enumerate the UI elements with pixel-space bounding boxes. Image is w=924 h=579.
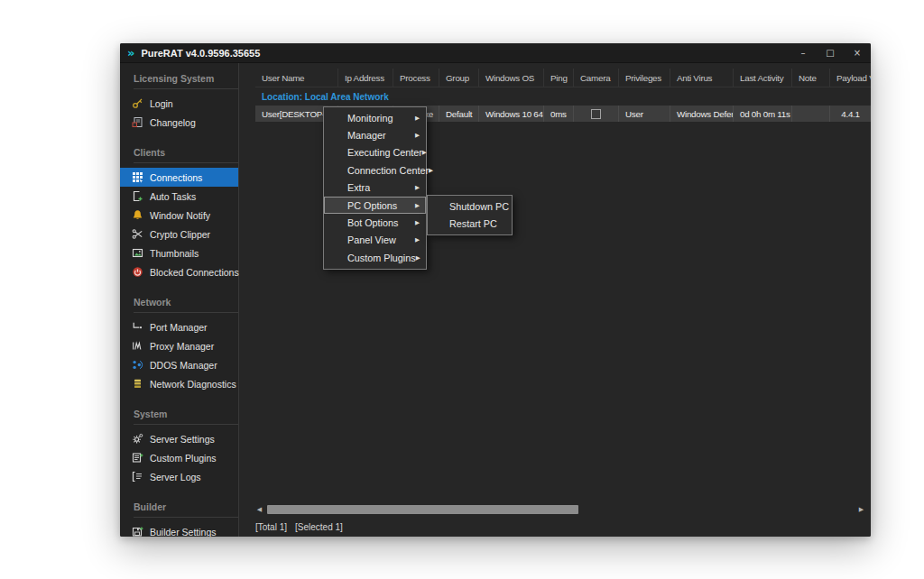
submenu-arrow-icon: ▶: [415, 184, 420, 191]
submenu-arrow-icon: ▶: [415, 219, 420, 226]
location-group-row[interactable]: Location: Local Area Network: [255, 87, 871, 106]
status-total: [Total 1]: [255, 522, 287, 532]
sidebar-section-header-network: Network: [134, 295, 238, 313]
builder-icon: [132, 526, 143, 537]
sidebar-item-ddos-manager[interactable]: DDOS Manager: [120, 355, 238, 374]
sidebar-item-label: Server Logs: [150, 472, 201, 482]
sidebar-item-builder-settings[interactable]: Builder Settings: [120, 522, 238, 537]
menu-item-label: PC Options: [347, 200, 397, 211]
plugins-icon: [132, 452, 143, 464]
submenu-item-shutdown-pc[interactable]: Shutdown PC: [428, 198, 512, 215]
sidebar-section-network: NetworkPort ManagerProxy ManagerDDOS Man…: [120, 295, 238, 393]
column-header-windows-os[interactable]: Windows OS: [479, 69, 544, 87]
sidebar-item-label: Port Manager: [150, 322, 208, 333]
scissors-icon: [132, 228, 143, 240]
table-header: User NameIp AddressProcessGroupWindows O…: [255, 69, 871, 87]
proxy-icon: [132, 340, 143, 352]
sidebar-section-items-system: Server SettingsCustom PluginsServer Logs: [120, 425, 238, 486]
scrollbar-track[interactable]: [267, 505, 854, 514]
sidebar-section-system: SystemServer SettingsCustom PluginsServe…: [120, 407, 238, 486]
menu-item-label: Executing Center: [347, 147, 422, 158]
diagnostics-icon: [132, 378, 143, 390]
sidebar-item-custom-plugins[interactable]: Custom Plugins: [120, 448, 238, 467]
cell-windows-os: Windows 10 64Bit: [479, 106, 544, 122]
sidebar-item-port-manager[interactable]: Port Manager: [120, 317, 238, 336]
menu-item-pc-options[interactable]: PC Options▶: [324, 197, 426, 214]
submenu-arrow-icon: ▶: [416, 254, 420, 262]
sidebar-section-header-clients: Clients: [134, 145, 238, 163]
column-header-last-activity[interactable]: Last Activity: [734, 69, 792, 87]
column-header-group[interactable]: Group: [439, 69, 479, 87]
sidebar-item-window-notify[interactable]: Window Notify: [120, 206, 238, 225]
column-header-anti-virus[interactable]: Anti Virus: [670, 69, 734, 87]
sidebar-item-label: Network Diagnostics: [150, 379, 236, 390]
sidebar-section-items-licensing-system: LoginChangelog: [120, 89, 238, 132]
column-header-process[interactable]: Process: [393, 69, 439, 87]
menu-item-bot-options[interactable]: Bot Options▶: [324, 214, 426, 231]
cell-anti-virus: Windows Defender: [670, 106, 734, 122]
sidebar-item-label: Thumbnails: [150, 248, 199, 259]
column-header-ip-address[interactable]: Ip Address: [338, 69, 393, 87]
blocked-icon: [132, 266, 143, 278]
menu-item-manager[interactable]: Manager▶: [324, 126, 426, 143]
close-button[interactable]: ×: [844, 43, 871, 62]
column-header-note[interactable]: Note: [792, 69, 830, 87]
connections-icon: [132, 171, 143, 183]
maximize-button[interactable]: □: [817, 43, 844, 62]
submenu-item-label: Shutdown PC: [449, 201, 509, 212]
column-header-user-name[interactable]: User Name: [255, 69, 338, 87]
menu-item-monitoring[interactable]: Monitoring▶: [324, 109, 426, 126]
window-title: PureRAT v4.0.9596.35655: [141, 48, 260, 59]
sidebar-item-label: Blocked Connections: [150, 267, 239, 278]
sidebar-item-crypto-clipper[interactable]: Crypto Clipper: [120, 225, 238, 244]
submenu-item-restart-pc[interactable]: Restart PC: [428, 215, 512, 232]
menu-item-label: Monitoring: [347, 113, 393, 124]
scroll-right-icon[interactable]: ▶: [857, 506, 865, 513]
sidebar-item-auto-tasks[interactable]: Auto Tasks: [120, 187, 238, 206]
cell-group: Default: [439, 106, 479, 122]
sidebar-item-label: Window Notify: [150, 210, 210, 221]
sidebar-item-label: Proxy Manager: [150, 341, 214, 352]
sidebar-item-login[interactable]: Login: [120, 94, 238, 113]
column-header-camera[interactable]: Camera: [574, 69, 619, 87]
cell-payload-version: 4.4.1: [830, 106, 871, 122]
horizontal-scrollbar[interactable]: ◀ ▶: [255, 504, 865, 515]
sidebar-item-server-logs[interactable]: Server Logs: [120, 467, 238, 486]
column-header-privileges[interactable]: Privileges: [619, 69, 670, 87]
sidebar-item-thumbnails[interactable]: Thumbnails: [120, 244, 238, 262]
sidebar-item-label: Custom Plugins: [150, 453, 217, 464]
minimize-button[interactable]: –: [790, 43, 817, 62]
key-icon: [132, 97, 143, 109]
sidebar-item-changelog[interactable]: Changelog: [120, 113, 238, 132]
sidebar: Licensing SystemLoginChangelogClientsCon…: [120, 63, 239, 537]
window-controls: – □ ×: [790, 43, 871, 62]
submenu-item-label: Restart PC: [449, 218, 497, 229]
menu-item-custom-plugins[interactable]: Custom Plugins▶: [324, 249, 426, 266]
camera-checkbox[interactable]: [591, 109, 601, 119]
window-content: Licensing SystemLoginChangelogClientsCon…: [120, 63, 871, 537]
column-header-ping[interactable]: Ping: [544, 69, 574, 87]
sidebar-item-proxy-manager[interactable]: Proxy Manager: [120, 336, 238, 355]
sidebar-item-server-settings[interactable]: Server Settings: [120, 429, 238, 448]
app-logo-icon: »: [127, 47, 134, 59]
menu-item-executing-center[interactable]: Executing Center▶: [324, 144, 426, 161]
scrollbar-thumb[interactable]: [267, 505, 578, 514]
sidebar-item-network-diagnostics[interactable]: Network Diagnostics: [120, 374, 238, 393]
sidebar-item-blocked-connections[interactable]: Blocked Connections: [120, 262, 238, 281]
submenu-arrow-icon: ▶: [415, 236, 420, 244]
auto-tasks-icon: [132, 190, 143, 202]
column-header-payload-ver[interactable]: Payload Ver: [830, 69, 871, 87]
sidebar-section-header-builder: Builder: [134, 500, 238, 518]
submenu-arrow-icon: ▶: [422, 149, 427, 156]
sidebar-item-connections[interactable]: Connections: [120, 168, 238, 187]
logs-icon: [132, 471, 143, 482]
scroll-left-icon[interactable]: ◀: [255, 506, 263, 513]
menu-item-connection-center[interactable]: Connection Center▶: [324, 161, 426, 179]
menu-item-panel-view[interactable]: Panel View▶: [324, 232, 426, 249]
sidebar-item-label: Changelog: [150, 117, 196, 128]
sidebar-section-items-network: Port ManagerProxy ManagerDDOS ManagerNet…: [120, 313, 238, 393]
sidebar-item-label: Login: [150, 98, 173, 109]
menu-item-extra[interactable]: Extra▶: [324, 179, 426, 197]
sidebar-section-clients: ClientsConnectionsAuto TasksWindow Notif…: [120, 145, 238, 281]
sidebar-section-items-clients: ConnectionsAuto TasksWindow NotifyCrypto…: [120, 163, 238, 281]
